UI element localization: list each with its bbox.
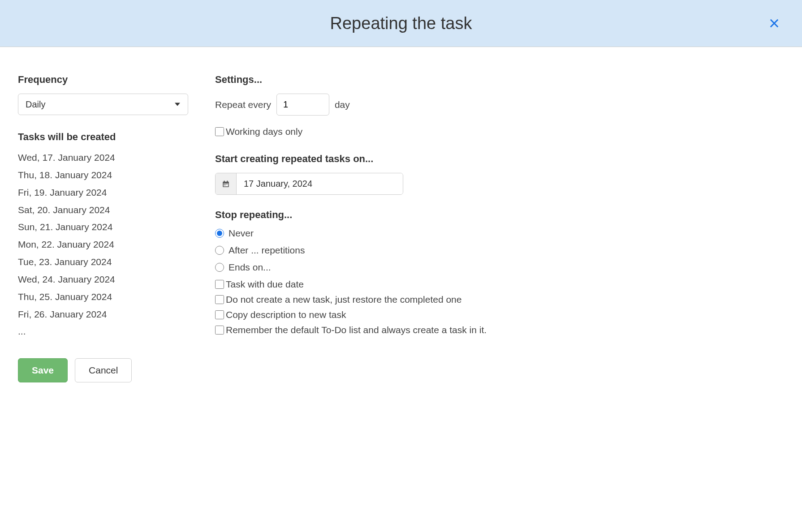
svg-rect-7	[227, 184, 228, 184]
remember-list-checkbox[interactable]	[215, 326, 224, 335]
svg-rect-6	[226, 184, 227, 184]
list-item: Sat, 20. January 2024	[18, 202, 206, 219]
repeat-interval-input[interactable]	[276, 94, 329, 116]
stop-never-row: Never	[215, 228, 784, 239]
dialog-footer: Save Cancel	[0, 358, 802, 400]
frequency-select[interactable]: Daily	[18, 94, 188, 115]
working-days-row: Working days only	[215, 126, 784, 137]
svg-rect-8	[224, 184, 225, 185]
stop-after-row: After ... repetitions	[215, 245, 784, 256]
restore-checkbox[interactable]	[215, 295, 224, 304]
dialog-header: Repeating the task	[0, 0, 802, 47]
svg-rect-4	[224, 184, 225, 184]
settings-heading: Settings...	[215, 74, 784, 86]
svg-rect-2	[224, 180, 225, 182]
due-date-label: Task with due date	[226, 279, 304, 290]
stop-after-radio[interactable]	[215, 246, 224, 255]
start-date-heading: Start creating repeated tasks on...	[215, 153, 784, 165]
repeat-suffix-label: day	[335, 99, 350, 110]
tasks-preview-more: ...	[18, 323, 206, 340]
frequency-heading: Frequency	[18, 74, 206, 86]
right-column: Settings... Repeat every day Working day…	[215, 74, 784, 340]
list-item: Fri, 19. January 2024	[18, 184, 206, 202]
restore-row: Do not create a new task, just restore t…	[215, 294, 784, 305]
stop-repeating-heading: Stop repeating...	[215, 209, 784, 221]
svg-rect-5	[225, 184, 226, 184]
stop-after-label: After ... repetitions	[229, 245, 305, 256]
svg-rect-9	[225, 184, 226, 185]
stop-ends-on-radio[interactable]	[215, 263, 224, 272]
copy-desc-label: Copy description to new task	[226, 309, 346, 320]
working-days-checkbox[interactable]	[215, 127, 224, 136]
start-date-input[interactable]	[237, 173, 403, 194]
tasks-preview-heading: Tasks will be created	[18, 131, 206, 143]
calendar-icon	[222, 180, 230, 188]
list-item: Sun, 21. January 2024	[18, 219, 206, 236]
cancel-button[interactable]: Cancel	[75, 358, 132, 382]
close-icon	[768, 17, 780, 30]
remember-list-label: Remember the default To-Do list and alwa…	[226, 325, 487, 335]
list-item: Thu, 18. January 2024	[18, 167, 206, 184]
working-days-label: Working days only	[226, 126, 302, 137]
stop-never-radio[interactable]	[215, 229, 224, 238]
repeat-every-row: Repeat every day	[215, 94, 784, 116]
dialog-content: Frequency Daily Tasks will be created We…	[0, 47, 802, 358]
remember-list-row: Remember the default To-Do list and alwa…	[215, 325, 784, 335]
list-item: Tue, 23. January 2024	[18, 253, 206, 271]
copy-desc-row: Copy description to new task	[215, 309, 784, 320]
calendar-button[interactable]	[216, 173, 237, 194]
restore-label: Do not create a new task, just restore t…	[226, 294, 461, 305]
list-item: Thu, 25. January 2024	[18, 288, 206, 306]
stop-never-label: Never	[229, 228, 254, 239]
start-date-group	[215, 173, 403, 195]
repeat-prefix-label: Repeat every	[215, 99, 271, 110]
list-item: Wed, 17. January 2024	[18, 149, 206, 167]
settings-block: Settings... Repeat every day Working day…	[215, 74, 784, 195]
stop-ends-on-label: Ends on...	[229, 262, 271, 273]
list-item: Fri, 26. January 2024	[18, 306, 206, 323]
frequency-select-wrapper: Daily	[18, 94, 188, 115]
left-column: Frequency Daily Tasks will be created We…	[18, 74, 206, 340]
copy-desc-checkbox[interactable]	[215, 310, 224, 319]
stop-ends-on-row: Ends on...	[215, 262, 784, 273]
close-button[interactable]	[764, 13, 784, 33]
dialog-title: Repeating the task	[330, 14, 472, 33]
list-item: Wed, 24. January 2024	[18, 271, 206, 288]
list-item: Mon, 22. January 2024	[18, 236, 206, 253]
tasks-preview-list: Wed, 17. January 2024 Thu, 18. January 2…	[18, 149, 206, 323]
due-date-row: Task with due date	[215, 279, 784, 290]
save-button[interactable]: Save	[18, 358, 68, 382]
due-date-checkbox[interactable]	[215, 280, 224, 289]
svg-rect-3	[227, 180, 228, 182]
